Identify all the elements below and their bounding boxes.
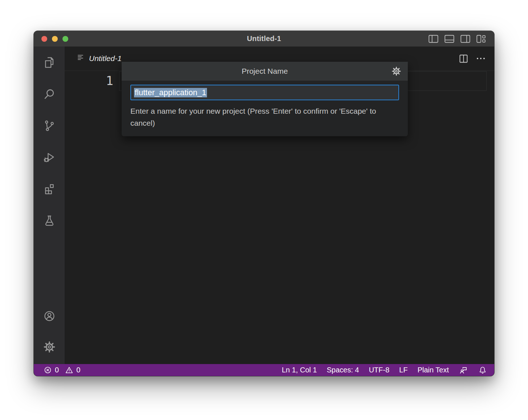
- problems-indicator[interactable]: 0 0: [43, 366, 80, 375]
- bell-icon[interactable]: [478, 366, 487, 375]
- warning-count: 0: [76, 366, 80, 374]
- gear-icon[interactable]: [391, 66, 401, 76]
- search-icon[interactable]: [43, 88, 56, 100]
- more-actions-icon[interactable]: [477, 58, 485, 59]
- tab-label: Untitled-1: [89, 54, 122, 63]
- toggle-secondary-sidebar-icon[interactable]: [460, 35, 470, 43]
- warning-icon: [65, 366, 74, 375]
- window-title: Untitled-1: [34, 35, 494, 43]
- line-number: 1: [65, 71, 113, 91]
- error-count: 0: [55, 366, 59, 374]
- dialog-body: flutter_application_1 Enter a name for y…: [122, 81, 408, 136]
- plaintext-file-icon: [77, 53, 85, 64]
- customize-layout-icon[interactable]: [476, 35, 486, 43]
- tab-untitled-1[interactable]: Untitled-1: [65, 47, 122, 70]
- feedback-icon[interactable]: [459, 366, 468, 375]
- titlebar: Untitled-1: [34, 31, 494, 47]
- dialog-title: Project Name: [241, 67, 288, 76]
- encoding-setting[interactable]: UTF-8: [369, 366, 390, 374]
- selected-input-text: flutter_application_1: [134, 88, 207, 97]
- accounts-icon[interactable]: [43, 310, 56, 322]
- dialog-header: Project Name: [122, 62, 408, 81]
- toggle-primary-sidebar-icon[interactable]: [429, 35, 438, 43]
- eol-setting[interactable]: LF: [399, 366, 407, 374]
- input-hint-text: Enter a name for your new project (Press…: [130, 105, 381, 129]
- manage-settings-icon[interactable]: [43, 341, 56, 353]
- vscode-window: Untitled-1: [34, 31, 494, 376]
- error-icon: [43, 366, 52, 375]
- toggle-panel-icon[interactable]: [444, 35, 454, 43]
- extensions-icon[interactable]: [43, 183, 56, 195]
- explorer-icon[interactable]: [43, 56, 56, 69]
- source-control-icon[interactable]: [43, 120, 56, 132]
- language-mode[interactable]: Plain Text: [418, 366, 449, 374]
- split-editor-icon[interactable]: [459, 54, 468, 63]
- testing-icon[interactable]: [43, 214, 56, 227]
- activity-bar: [34, 47, 65, 364]
- status-bar: 0 0 Ln 1, Col 1 Spaces: 4 UTF-8 LF: [34, 364, 494, 376]
- indentation-setting[interactable]: Spaces: 4: [327, 366, 359, 374]
- project-name-dialog: Project Name: [122, 62, 408, 136]
- project-name-input[interactable]: flutter_application_1: [130, 85, 399, 100]
- cursor-position[interactable]: Ln 1, Col 1: [282, 366, 317, 374]
- run-and-debug-icon[interactable]: [43, 151, 56, 163]
